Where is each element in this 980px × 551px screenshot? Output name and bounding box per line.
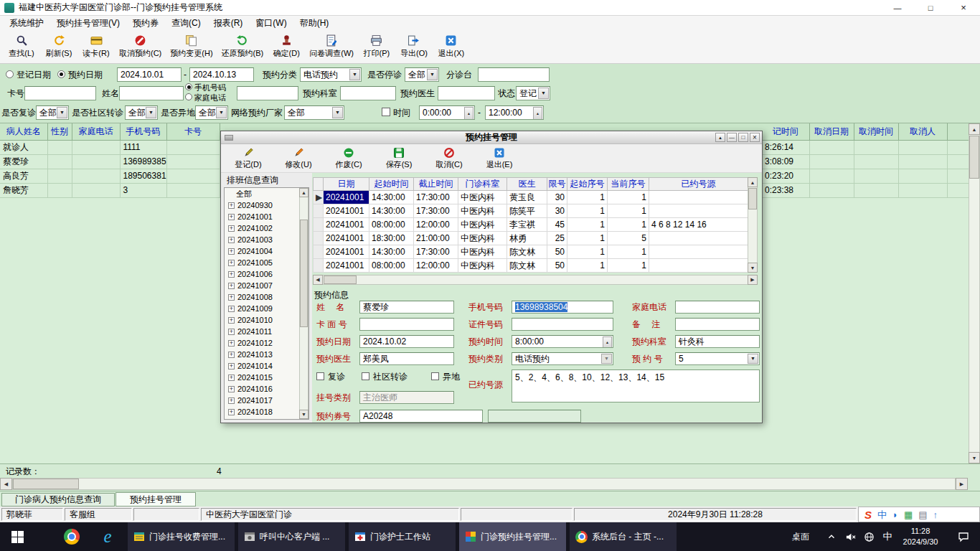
tree-item[interactable]: +20241010 bbox=[225, 314, 308, 326]
table-row[interactable]: 2024100114:30:0017:30:00中医内科陈文林5011 bbox=[314, 245, 748, 259]
tree-item[interactable]: +20241002 bbox=[225, 222, 308, 234]
tab-patient-query[interactable]: 门诊病人预约信息查询 bbox=[1, 493, 115, 507]
tree-item[interactable]: +20241017 bbox=[225, 395, 308, 406]
modify-button[interactable]: 修改(U) bbox=[280, 145, 317, 172]
find-button[interactable]: 查找(L) bbox=[4, 32, 39, 62]
vendor-combo[interactable]: 全部▼ bbox=[284, 105, 344, 120]
scroll-left-arrow[interactable]: ◀ bbox=[313, 275, 323, 285]
scroll-down-arrow[interactable]: ▼ bbox=[969, 452, 980, 463]
appoint-date-field[interactable]: 2024.10.02 bbox=[359, 335, 454, 348]
menu-help[interactable]: 帮助(H) bbox=[293, 16, 336, 30]
ie-taskbar-icon[interactable]: e bbox=[92, 522, 123, 551]
tree-expand-icon[interactable]: + bbox=[228, 294, 235, 301]
menu-appointment-mgmt[interactable]: 预约挂号管理(V) bbox=[50, 16, 126, 30]
tree-expand-icon[interactable]: + bbox=[228, 386, 235, 392]
chinese-mode-icon[interactable]: 中 bbox=[877, 510, 887, 519]
tree-item-root[interactable]: 全部 bbox=[225, 188, 308, 199]
remote-combo[interactable]: 全部▼ bbox=[195, 105, 228, 120]
scroll-up-arrow[interactable]: ▲ bbox=[748, 177, 758, 187]
mobile-radio[interactable] bbox=[185, 83, 192, 90]
spin-up-icon[interactable]: ▲ bbox=[533, 107, 542, 120]
tree-item[interactable]: +20241008 bbox=[225, 291, 308, 303]
minimize-button[interactable]: — bbox=[881, 0, 914, 16]
dropdown-arrow-icon[interactable]: ▼ bbox=[216, 107, 227, 118]
table-row[interactable]: 2024100108:00:0012:00:00中医内科陈文林5011 bbox=[314, 259, 748, 273]
triage-input[interactable] bbox=[478, 67, 550, 82]
appoint-class-combo[interactable]: 电话预约▼ bbox=[512, 352, 613, 365]
maximize-button[interactable]: □ bbox=[914, 0, 947, 16]
home-phone-radio[interactable] bbox=[185, 93, 192, 100]
spin-up-icon[interactable]: ▲ bbox=[464, 107, 473, 120]
taskbar-clock[interactable]: 11:28 2024/9/30 bbox=[897, 522, 944, 551]
network-globe-icon[interactable] bbox=[861, 522, 877, 551]
tree-item[interactable]: +20241003 bbox=[225, 234, 308, 245]
dropdown-arrow-icon[interactable]: ▼ bbox=[146, 107, 156, 118]
volume-muted-icon[interactable] bbox=[842, 522, 858, 551]
time-from-spinner[interactable]: 0:00:00▲▼ bbox=[419, 105, 475, 120]
tree-expand-icon[interactable]: + bbox=[228, 202, 235, 209]
close-button[interactable]: × bbox=[947, 0, 980, 16]
taskbar-app-fee[interactable]: 门诊挂号收费管理... bbox=[128, 522, 235, 551]
reg-type-field[interactable]: 主治医师 bbox=[359, 391, 454, 404]
tree-item[interactable]: +20241015 bbox=[225, 372, 308, 383]
sogou-logo[interactable]: S bbox=[864, 509, 872, 520]
cancel-button[interactable]: 取消(C) bbox=[430, 145, 468, 172]
change-appointment-button[interactable]: 预约变更(H) bbox=[167, 32, 215, 62]
home-phone-field[interactable] bbox=[675, 301, 760, 314]
scroll-left-arrow[interactable]: ◀ bbox=[0, 478, 12, 490]
dialog-rollup-button[interactable]: ▲ bbox=[715, 133, 725, 142]
survey-button[interactable]: 问卷调查(W) bbox=[306, 32, 357, 62]
scroll-right-arrow[interactable]: ▶ bbox=[748, 275, 758, 285]
confirm-button[interactable]: 确定(D) bbox=[269, 32, 303, 62]
appoint-time-spinner[interactable]: 8:00:00▲▼ bbox=[512, 335, 613, 348]
table-row[interactable]: 2024100114:30:0017:30:00中医内科陈笑平3011 bbox=[314, 204, 748, 218]
menu-window[interactable]: 窗口(W) bbox=[249, 16, 293, 30]
card-no-field[interactable] bbox=[359, 318, 454, 331]
stop-combo[interactable]: 全部▼ bbox=[405, 67, 439, 82]
table-row[interactable]: 2024100118:30:0021:00:00中医内科林勇2515 bbox=[314, 232, 748, 245]
register-date-radio[interactable] bbox=[6, 70, 14, 78]
dialog-exit-button[interactable]: 退出(E) bbox=[481, 145, 518, 172]
scroll-down-arrow[interactable]: ▼ bbox=[748, 263, 758, 273]
id-no-field[interactable] bbox=[512, 318, 613, 331]
restore-appointment-button[interactable]: 还原预约(B) bbox=[219, 32, 267, 62]
tree-item[interactable]: +20241014 bbox=[225, 360, 308, 372]
dropdown-arrow-icon[interactable]: ▼ bbox=[332, 107, 343, 118]
time-checkbox[interactable] bbox=[382, 108, 390, 116]
dialog-maximize-button[interactable]: □ bbox=[738, 133, 748, 142]
emoji-grid-icon[interactable]: ▦ bbox=[904, 510, 913, 519]
keyboard-icon[interactable]: ▤ bbox=[918, 510, 927, 519]
spin-up-icon[interactable]: ▲ bbox=[603, 336, 612, 348]
date-to-input[interactable]: 2024.10.13 bbox=[189, 67, 254, 82]
appoint-number-combo[interactable]: 5▼ bbox=[675, 352, 760, 365]
tree-expand-icon[interactable]: + bbox=[228, 306, 235, 312]
dept-input[interactable] bbox=[340, 86, 396, 100]
ticket-field[interactable]: A20248 bbox=[359, 410, 483, 423]
table-row[interactable]: 蔡爱珍136989385 bbox=[0, 154, 220, 169]
desktop-toolbar-label[interactable]: 桌面 bbox=[786, 522, 815, 551]
booked-sources-box[interactable]: 5、2、4、6、8、10、12、13、14、15 bbox=[512, 369, 760, 402]
start-button[interactable] bbox=[0, 522, 34, 551]
note-field[interactable] bbox=[675, 318, 760, 331]
grid-vscroll-thumb[interactable] bbox=[969, 136, 979, 179]
dialog-minimize-button[interactable]: — bbox=[727, 133, 737, 142]
name-input[interactable] bbox=[119, 86, 184, 100]
menu-ticket[interactable]: 预约券 bbox=[126, 16, 165, 30]
tree-item[interactable]: +20241005 bbox=[225, 257, 308, 268]
ticket-extra-field[interactable] bbox=[488, 410, 581, 423]
save-button[interactable]: 保存(S) bbox=[380, 145, 418, 172]
appoint-date-radio[interactable] bbox=[57, 70, 65, 78]
table-row[interactable]: 2024100108:00:0012:00:00中医内科李宝祺45114 6 8… bbox=[314, 218, 748, 232]
print-button[interactable]: 打印(P) bbox=[359, 32, 394, 62]
tree-item[interactable]: +20241001 bbox=[225, 211, 308, 222]
table-row[interactable]: 0:23:38 bbox=[762, 183, 969, 197]
revisit-checkbox[interactable] bbox=[316, 372, 324, 380]
tree-item[interactable]: +20241004 bbox=[225, 245, 308, 257]
schedule-hscrollbar[interactable] bbox=[313, 275, 758, 285]
tree-item[interactable]: +20241016 bbox=[225, 383, 308, 395]
taskbar-app-nurse[interactable]: 门诊护士工作站 bbox=[349, 522, 456, 551]
tree-item[interactable]: +20241011 bbox=[225, 326, 308, 337]
tree-item[interactable]: +20240930 bbox=[225, 199, 308, 211]
tray-chevron-up-icon[interactable] bbox=[824, 522, 839, 551]
tree-item[interactable]: +20241013 bbox=[225, 349, 308, 360]
